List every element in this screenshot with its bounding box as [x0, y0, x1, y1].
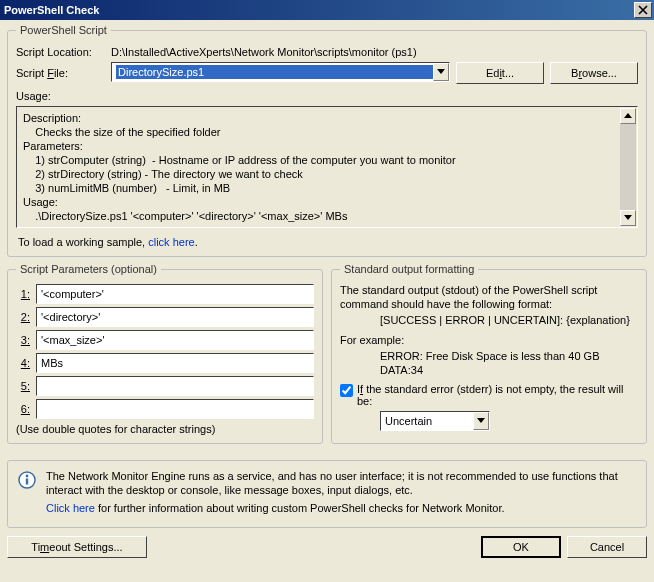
timeout-settings-button[interactable]: Timeout Settings... — [7, 536, 147, 558]
param-note: (Use double quotes for character strings… — [16, 423, 314, 435]
param-1-label: 1: — [16, 288, 30, 300]
title-bar: PowerShell Check — [0, 0, 654, 20]
script-location-value: D:\Installed\ActiveXperts\Network Monito… — [111, 46, 638, 58]
usage-line: .\DirectorySize.ps1 '<computer>' '<direc… — [23, 209, 613, 223]
usage-textarea[interactable]: Description: Checks the size of the spec… — [16, 106, 638, 228]
usage-line: 1) strComputer (string) - Hostname or IP… — [23, 153, 613, 167]
script-file-value: DirectorySize.ps1 — [116, 65, 433, 79]
param-2-input[interactable] — [36, 307, 314, 327]
stderr-nonempty-checkbox[interactable] — [340, 384, 353, 397]
script-parameters-group: Script Parameters (optional) 1: 2: 3: 4:… — [7, 263, 323, 444]
load-sample-link[interactable]: click here — [148, 236, 194, 248]
info-box: The Network Monitor Engine runs as a ser… — [7, 460, 647, 528]
script-file-combo[interactable]: DirectorySize.ps1 — [111, 62, 450, 82]
usage-line: Parameters: — [23, 139, 613, 153]
chevron-down-icon — [477, 418, 485, 424]
usage-line: Usage: — [23, 195, 613, 209]
group-legend-script: PowerShell Script — [16, 24, 111, 36]
close-icon — [638, 5, 648, 15]
stderr-result-value: Uncertain — [381, 415, 473, 427]
param-4-input[interactable] — [36, 353, 314, 373]
svg-rect-2 — [26, 479, 28, 485]
param-1-input[interactable] — [36, 284, 314, 304]
chevron-up-icon — [624, 113, 632, 119]
ok-button[interactable]: OK — [481, 536, 561, 558]
usage-line: Description: — [23, 111, 613, 125]
param-6-label: 6: — [16, 403, 30, 415]
stderr-nonempty-label[interactable]: If the standard error (stderr) is not em… — [357, 383, 638, 407]
chevron-down-icon — [437, 69, 445, 75]
group-legend-stdout: Standard output formatting — [340, 263, 478, 275]
param-3-input[interactable] — [36, 330, 314, 350]
edit-button[interactable]: Edit... — [456, 62, 544, 84]
param-4-label: 4: — [16, 357, 30, 369]
param-2-label: 2: — [16, 311, 30, 323]
group-legend-params: Script Parameters (optional) — [16, 263, 161, 275]
usage-line: 3) numLimitMB (number) - Limit, in MB — [23, 181, 613, 195]
combo-drop-button[interactable] — [433, 63, 449, 81]
powershell-script-group: PowerShell Script Script Location: D:\In… — [7, 24, 647, 257]
info-line-1: The Network Monitor Engine runs as a ser… — [46, 469, 636, 497]
combo-drop-button[interactable] — [473, 412, 489, 430]
stdout-format: [SUCCESS | ERROR | UNCERTAIN]: {explanat… — [340, 313, 638, 327]
info-click-here-link[interactable]: Click here — [46, 502, 95, 514]
stdout-example-label: For example: — [340, 333, 638, 347]
info-icon — [18, 469, 38, 519]
cancel-button[interactable]: Cancel — [567, 536, 647, 558]
stdout-example: ERROR: Free Disk Space is less than 40 G… — [340, 349, 638, 377]
usage-line: Checks the size of the specified folder — [23, 125, 613, 139]
param-5-input[interactable] — [36, 376, 314, 396]
usage-scrollbar[interactable] — [620, 108, 636, 226]
chevron-down-icon — [624, 215, 632, 221]
scrollbar-track[interactable] — [620, 124, 636, 210]
sample-line: To load a working sample, click here. — [16, 236, 638, 248]
close-button[interactable] — [634, 2, 652, 18]
scroll-down-button[interactable] — [620, 210, 636, 226]
svg-point-1 — [26, 475, 29, 478]
scroll-up-button[interactable] — [620, 108, 636, 124]
info-line-2: Click here for further information about… — [46, 501, 636, 515]
param-6-input[interactable] — [36, 399, 314, 419]
browse-button[interactable]: Browse... — [550, 62, 638, 84]
param-5-label: 5: — [16, 380, 30, 392]
param-3-label: 3: — [16, 334, 30, 346]
window-title: PowerShell Check — [4, 4, 634, 16]
stdout-text: The standard output (stdout) of the Powe… — [340, 283, 638, 311]
stderr-result-combo[interactable]: Uncertain — [380, 411, 490, 431]
usage-label: Usage: — [16, 90, 111, 102]
script-file-label: Script File: — [16, 67, 111, 79]
usage-line: 2) strDirectory (string) - The directory… — [23, 167, 613, 181]
script-location-label: Script Location: — [16, 46, 111, 58]
stdout-formatting-group: Standard output formatting The standard … — [331, 263, 647, 444]
